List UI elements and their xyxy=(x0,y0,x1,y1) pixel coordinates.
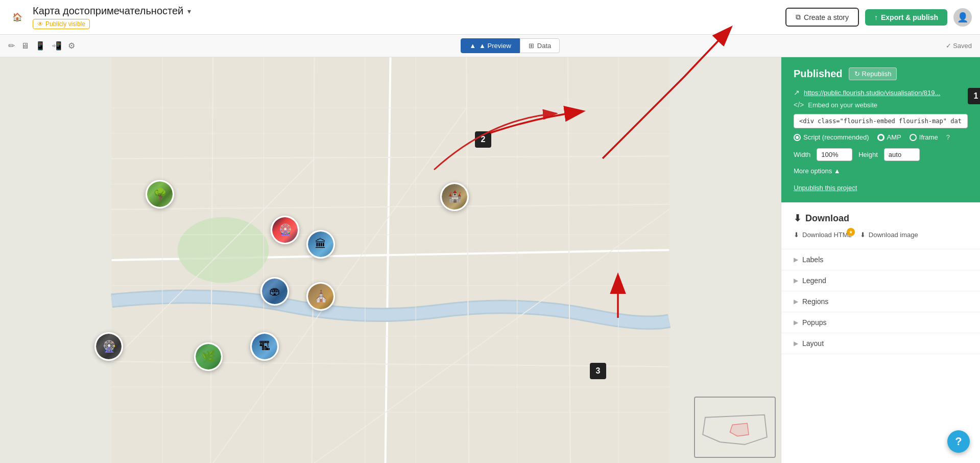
phone-icon[interactable]: 📲 xyxy=(52,41,62,51)
grid-icon: ⊞ xyxy=(529,42,534,50)
sidebar-label-popups: Popups xyxy=(802,318,968,327)
right-panel: 1 Published ↻ Republish ↗ https://public… xyxy=(781,57,980,463)
map-area[interactable]: 🌳 🎡 🏛 🏰 🏟 ⛪ 🌿 🎡 � xyxy=(0,57,781,463)
mini-map xyxy=(694,397,776,458)
settings-icon[interactable]: ⚙ xyxy=(68,41,75,51)
toolbar: ✏ 🖥 📱 📲 ⚙ ▲ ▲ Preview ⊞ Data ✓ Saved xyxy=(0,35,980,57)
chart-icon: ▲ xyxy=(469,42,476,50)
tab-preview[interactable]: ▲ ▲ Preview xyxy=(461,38,520,53)
code-icon: </> xyxy=(794,101,804,109)
map-marker-3[interactable]: 🏛 xyxy=(306,230,335,259)
download-icon: ⬇ xyxy=(794,213,801,224)
download-html-label: Download HTML xyxy=(802,231,852,239)
upload-icon: ↑ xyxy=(874,13,878,21)
create-story-icon: ⧉ xyxy=(796,13,801,21)
page-title: Карта достопримечательностей xyxy=(33,5,183,17)
published-header: Published ↻ Republish xyxy=(794,67,968,80)
iframe-radio-circle xyxy=(910,134,917,141)
iframe-label: Iframe xyxy=(919,133,938,141)
saved-status: ✓ Saved xyxy=(946,42,972,50)
step-badge-3: 3 xyxy=(590,363,606,379)
amp-radio-circle xyxy=(877,134,885,141)
chevron-icon: ▶ xyxy=(794,340,798,347)
published-panel: 1 Published ↻ Republish ↗ https://public… xyxy=(781,57,980,202)
image-icon: ⬇ xyxy=(860,231,866,239)
republish-button[interactable]: ↻ Republish xyxy=(849,67,897,80)
sidebar-item-layout[interactable]: ▶ Layout xyxy=(781,333,980,354)
eye-icon: 👁 xyxy=(37,20,43,28)
amp-radio[interactable]: AMP xyxy=(877,133,901,141)
chevron-icon: ▶ xyxy=(794,277,798,284)
sidebar-label-labels: Labels xyxy=(802,256,968,264)
map-marker-1[interactable]: 🌳 xyxy=(146,180,174,209)
url-row: ↗ https://public.flourish.studio/visuali… xyxy=(794,88,968,97)
download-buttons: ⬇ Download HTML ★ ⬇ Download image xyxy=(794,231,968,239)
sidebar-item-regions[interactable]: ▶ Regions xyxy=(781,291,980,312)
map-marker-5[interactable]: 🏟 xyxy=(260,277,289,306)
width-input[interactable] xyxy=(817,148,852,161)
download-image-button[interactable]: ⬇ Download image xyxy=(860,231,918,239)
chevron-icon: ▶ xyxy=(794,319,798,326)
sidebar-item-labels[interactable]: ▶ Labels xyxy=(781,249,980,270)
pencil-icon[interactable]: ✏ xyxy=(8,41,15,51)
create-story-button[interactable]: ⧉ Create a story xyxy=(785,8,859,27)
tab-group: ▲ ▲ Preview ⊞ Data xyxy=(461,38,560,53)
script-radio[interactable]: Script (recommended) xyxy=(794,133,869,141)
embed-code-box[interactable]: <div class="flourish-embed flourish-map"… xyxy=(794,114,968,128)
script-radio-circle xyxy=(794,134,801,141)
more-options-label: More options ▲ xyxy=(794,167,841,175)
map-marker-7[interactable]: 🌿 xyxy=(194,342,223,371)
download-image-label: Download image xyxy=(869,231,918,239)
title-caret-icon[interactable]: ▾ xyxy=(187,7,191,15)
republish-label: Republish xyxy=(862,70,892,78)
monitor-icon[interactable]: 🖥 xyxy=(21,41,29,51)
published-title: Published xyxy=(794,68,843,80)
tab-data[interactable]: ⊞ Data xyxy=(520,38,560,53)
step-badge-2: 2 xyxy=(475,131,491,148)
star-badge: ★ xyxy=(847,228,855,236)
html-icon: ⬇ xyxy=(794,231,799,239)
sidebar-item-popups[interactable]: ▶ Popups xyxy=(781,312,980,333)
home-button[interactable]: 🏠 xyxy=(8,8,27,27)
external-link-icon: ↗ xyxy=(794,88,800,97)
map-marker-8[interactable]: 🎡 xyxy=(94,332,123,361)
header: 🏠 Карта достопримечательностей ▾ 👁 Publi… xyxy=(0,0,980,35)
height-label: Height xyxy=(858,151,878,158)
embed-label: Embed on your website xyxy=(808,101,877,109)
main-content: 🌳 🎡 🏛 🏰 🏟 ⛪ 🌿 🎡 � xyxy=(0,57,980,463)
map-marker-6[interactable]: ⛪ xyxy=(306,282,335,311)
published-url[interactable]: https://public.flourish.studio/visualisa… xyxy=(804,89,940,97)
map-marker-4[interactable]: 🏰 xyxy=(440,182,469,211)
question-mark: ? xyxy=(955,435,962,448)
refresh-icon: ↻ xyxy=(854,70,860,78)
dimensions-row: Width Height xyxy=(794,148,968,161)
header-actions: ⧉ Create a story ↑ Export & publish 👤 xyxy=(785,8,972,27)
sidebar-items: ▶ Labels ▶ Legend ▶ Regions ▶ Popups ▶ L… xyxy=(781,249,980,463)
width-label: Width xyxy=(794,151,810,158)
download-html-button[interactable]: ⬇ Download HTML ★ xyxy=(794,231,852,239)
amp-label: AMP xyxy=(887,133,901,141)
height-input[interactable] xyxy=(884,148,920,161)
export-label: Export & publish xyxy=(881,13,938,21)
sidebar-label-layout: Layout xyxy=(802,339,968,348)
sidebar-label-regions: Regions xyxy=(802,297,968,306)
help-icon[interactable]: ? xyxy=(946,133,950,141)
chevron-icon: ▶ xyxy=(794,256,798,263)
more-options-row[interactable]: More options ▲ xyxy=(794,167,968,175)
sidebar-item-legend[interactable]: ▶ Legend xyxy=(781,270,980,291)
map-marker-2[interactable]: 🎡 xyxy=(271,216,299,244)
visibility-badge[interactable]: 👁 Publicly visible xyxy=(33,19,90,29)
download-header: ⬇ Download xyxy=(794,213,968,224)
download-section: ⬇ Download ⬇ Download HTML ★ ⬇ Download … xyxy=(781,202,980,249)
map-marker-9[interactable]: 🏗 xyxy=(250,332,279,361)
export-publish-button[interactable]: ↑ Export & publish xyxy=(865,9,947,26)
step-badge-1: 1 xyxy=(968,88,980,104)
help-button[interactable]: ? xyxy=(947,430,970,453)
iframe-radio[interactable]: Iframe xyxy=(910,133,938,141)
unpublish-link[interactable]: Unpublish this project xyxy=(794,184,857,192)
visibility-label: Publicly visible xyxy=(45,20,85,28)
avatar[interactable]: 👤 xyxy=(953,8,972,27)
tablet-icon[interactable]: 📱 xyxy=(35,41,45,51)
radio-group: Script (recommended) AMP Iframe ? xyxy=(794,133,968,141)
script-label: Script (recommended) xyxy=(803,133,869,141)
